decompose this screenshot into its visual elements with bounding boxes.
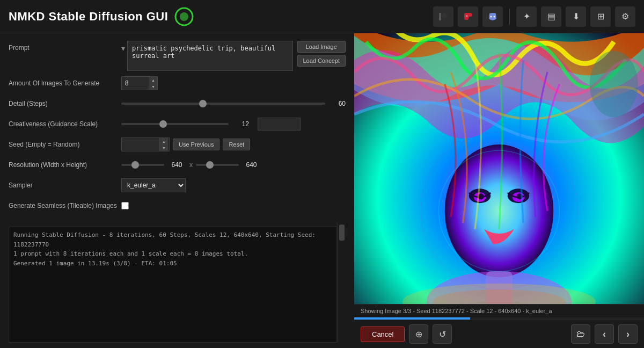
prompt-dropdown-arrow[interactable]: ▾: [121, 41, 125, 53]
amount-spinners: ▲ ▼: [149, 77, 157, 90]
svg-point-19: [590, 51, 638, 118]
progress-bar-wrap: [354, 317, 644, 320]
detail-value: 60: [330, 100, 346, 107]
seed-controls: ▲ ▼ Use Previous Reset: [121, 137, 250, 151]
app-title: NMKD Stable Diffusion GUI: [9, 10, 168, 24]
history-button[interactable]: ↺: [433, 324, 452, 344]
use-previous-button[interactable]: Use Previous: [173, 139, 219, 150]
grid-button[interactable]: ⊞: [590, 6, 611, 27]
detail-slider[interactable]: [121, 103, 325, 105]
progress-bar: [354, 317, 470, 320]
wand-icon: ✦: [523, 11, 530, 21]
grid-icon: ⊞: [597, 11, 604, 21]
add-icon: ⊕: [415, 329, 422, 339]
sampler-select[interactable]: k_euler k_euler_a k_heun k_dpm_2 k_dpm_2…: [121, 178, 186, 192]
seed-up[interactable]: ▲: [159, 138, 168, 144]
seamless-row: Generate Seamless (Tileable) Images: [9, 198, 346, 214]
svg-point-8: [445, 144, 554, 278]
prompt-label: Prompt: [9, 41, 121, 52]
title-left: NMKD Stable Diffusion GUI: [9, 7, 194, 26]
discord-button[interactable]: [482, 6, 503, 27]
history-icon: ↺: [439, 329, 446, 339]
patreon-button[interactable]: [433, 6, 453, 27]
left-panel: Prompt ▾ prismatic psychedelic trip, bea…: [0, 33, 354, 348]
amount-down[interactable]: ▼: [149, 83, 157, 90]
seed-input[interactable]: [122, 139, 159, 150]
detail-row: Detail (Steps) 60: [9, 96, 346, 112]
open-folder-button[interactable]: 🗁: [571, 324, 590, 344]
wand-button[interactable]: ✦: [516, 6, 537, 27]
detail-label: Detail (Steps): [9, 100, 121, 107]
seed-spinners: ▲ ▼: [159, 138, 168, 151]
next-image-button[interactable]: ›: [618, 324, 638, 344]
cancel-button[interactable]: Cancel: [361, 327, 405, 342]
svg-point-1: [180, 12, 188, 21]
amount-up[interactable]: ▲: [149, 77, 157, 83]
gear-icon: ⚙: [621, 11, 629, 21]
svg-point-5: [491, 16, 492, 17]
sampler-row: Sampler k_euler k_euler_a k_heun k_dpm_2…: [9, 177, 346, 193]
patreon-icon: [438, 11, 449, 22]
kofi-icon: K: [463, 11, 473, 22]
prev-icon: ‹: [603, 329, 606, 340]
kofi-button[interactable]: K: [458, 6, 478, 27]
download-button[interactable]: ⬇: [566, 6, 586, 27]
terminal-button[interactable]: ▤: [541, 6, 561, 27]
seamless-checkbox[interactable]: [121, 202, 129, 209]
height-value: 640: [242, 161, 261, 169]
sampler-label: Sampler: [9, 182, 121, 189]
creativeness-slider[interactable]: [121, 123, 229, 125]
width-slider[interactable]: [121, 164, 164, 166]
width-value: 640: [167, 161, 186, 169]
svg-point-2: [442, 13, 447, 18]
load-concept-button[interactable]: Load Concept: [297, 55, 346, 67]
detail-slider-wrap: 60: [121, 100, 346, 107]
log-line-2: 1 prompt with 8 iterations each and 1 sc…: [13, 249, 332, 259]
prompt-input[interactable]: prismatic psychedelic trip, beautiful su…: [127, 41, 293, 71]
resolution-row: Resolution (Width x Height) 640 x 640: [9, 157, 346, 173]
creativeness-slider-wrap: 12: [121, 118, 346, 130]
log-section: Running Stable Diffusion - 8 iterations,…: [9, 222, 346, 343]
generated-image: [354, 33, 644, 304]
title-bar: NMKD Stable Diffusion GUI K: [0, 0, 644, 33]
image-actions: Cancel ⊕ ↺ 🗁 ‹ ›: [354, 320, 644, 348]
guidance-box: [258, 118, 301, 130]
add-to-queue-button[interactable]: ⊕: [409, 324, 428, 344]
height-slider[interactable]: [196, 164, 239, 166]
folder-icon: 🗁: [576, 329, 585, 339]
log-line-3: Generated 1 image in 13.19s (3/8) - ETA:…: [13, 259, 332, 269]
download-icon: ⬇: [573, 11, 580, 21]
right-panel: Showing Image 3/3 - Seed 1182237772 - Sc…: [354, 33, 644, 348]
seed-down[interactable]: ▼: [159, 144, 168, 151]
image-status-bar: Showing Image 3/3 - Seed 1182237772 - Sc…: [354, 304, 644, 317]
title-icons: K ✦ ▤ ⬇ ⊞: [433, 6, 635, 27]
amount-input[interactable]: [122, 78, 149, 89]
reset-button[interactable]: Reset: [223, 139, 250, 150]
seed-input-wrap: ▲ ▼: [121, 137, 170, 151]
image-display: [354, 33, 644, 304]
log-area: Running Stable Diffusion - 8 iterations,…: [9, 227, 337, 343]
image-status-text: Showing Image 3/3 - Seed 1182237772 - Sc…: [361, 308, 552, 314]
prev-image-button[interactable]: ‹: [595, 324, 614, 344]
settings-button[interactable]: ⚙: [615, 6, 635, 27]
scrollbar-thumb: [339, 224, 345, 241]
amount-label: Amount Of Images To Generate: [9, 79, 121, 87]
seed-row: Seed (Empty = Random) ▲ ▼ Use Previous R…: [9, 136, 346, 153]
separator: [509, 9, 510, 25]
log-scrollbar[interactable]: [337, 222, 346, 343]
load-image-button[interactable]: Load Image: [297, 41, 346, 53]
app-logo: [174, 7, 194, 26]
x-separator: x: [189, 161, 193, 169]
discord-icon: [487, 11, 498, 22]
svg-text:K: K: [466, 15, 468, 18]
seamless-label: Generate Seamless (Tileable) Images: [9, 202, 121, 209]
seed-label: Seed (Empty = Random): [9, 141, 121, 148]
resolution-controls: 640 x 640: [121, 161, 261, 169]
creativeness-value: 12: [233, 120, 249, 128]
prompt-buttons: Load Image Load Concept: [297, 41, 346, 67]
amount-row: Amount Of Images To Generate ▲ ▼: [9, 75, 346, 91]
resolution-label: Resolution (Width x Height): [9, 161, 121, 169]
terminal-icon: ▤: [547, 11, 555, 21]
log-line-1: Running Stable Diffusion - 8 iterations,…: [13, 230, 332, 249]
svg-rect-3: [439, 13, 441, 20]
